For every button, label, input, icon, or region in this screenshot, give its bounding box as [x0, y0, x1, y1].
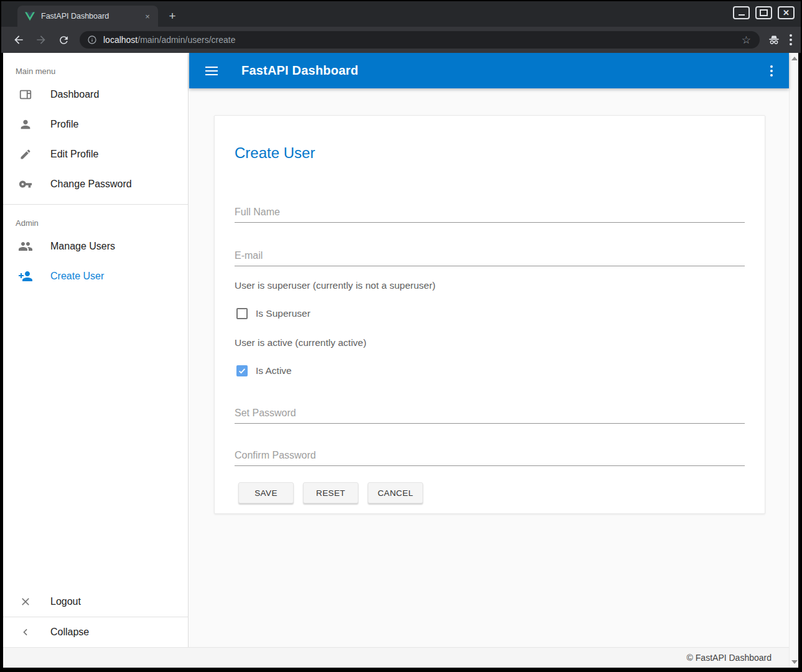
incognito-icon [767, 33, 781, 47]
browser-tab[interactable]: FastAPI Dashboard × [17, 6, 158, 27]
new-tab-button[interactable]: + [164, 9, 180, 25]
sidebar-item-label: Logout [50, 596, 81, 607]
pencil-icon [18, 147, 33, 162]
confirm-password-field-wrap [235, 445, 745, 466]
window-close-button[interactable]: ✕ [778, 6, 795, 19]
superuser-hint: User is superuser (currently is not a su… [235, 279, 745, 292]
sidebar-item-edit-profile[interactable]: Edit Profile [3, 139, 188, 169]
browser-window: FastAPI Dashboard × + ✕ localhost/main/a [0, 0, 802, 672]
minimize-button[interactable] [733, 6, 750, 19]
reset-button[interactable]: RESET [303, 482, 358, 503]
main-content: Create User User is superuser (currently… [189, 88, 789, 647]
browser-menu-icon[interactable] [790, 34, 792, 45]
sidebar-item-label: Manage Users [50, 241, 115, 252]
save-button[interactable]: SAVE [238, 482, 294, 503]
sidebar-item-label: Collapse [50, 627, 89, 638]
email-input[interactable] [235, 245, 745, 266]
create-user-card: Create User User is superuser (currently… [214, 115, 765, 514]
active-hint: User is active (currently active) [235, 336, 745, 350]
dashboard-icon [18, 87, 33, 102]
app-title: FastAPI Dashboard [241, 63, 358, 78]
sidebar-item-label: Create User [50, 271, 104, 282]
sidebar-item-dashboard[interactable]: Dashboard [3, 80, 188, 110]
page-scrollbar[interactable] [789, 53, 798, 668]
page-title: Create User [235, 144, 745, 162]
sidebar-item-logout[interactable]: Logout [3, 587, 188, 617]
window-controls: ✕ [733, 6, 795, 19]
scroll-up-icon[interactable] [791, 57, 798, 60]
sidebar-item-label: Change Password [50, 179, 132, 190]
browser-toolbar: localhost/main/admin/users/create ☆ [1, 27, 801, 53]
info-icon[interactable] [87, 35, 97, 45]
app-bar: FastAPI Dashboard [189, 53, 789, 88]
url-host: localhost [103, 35, 138, 45]
sidebar-item-label: Edit Profile [50, 149, 98, 160]
forward-icon[interactable] [32, 30, 50, 49]
app-menu-icon[interactable] [770, 65, 773, 77]
back-icon[interactable] [9, 30, 28, 49]
scroll-down-icon[interactable] [791, 660, 798, 664]
person-add-icon [18, 269, 33, 284]
confirm-password-input[interactable] [235, 445, 745, 466]
active-checkbox-label: Is Active [256, 365, 292, 376]
form-buttons: SAVE RESET CANCEL [235, 482, 745, 503]
url-text[interactable]: localhost/main/admin/users/create [103, 35, 742, 45]
bookmark-star-icon[interactable]: ☆ [742, 34, 751, 47]
web-content: Main menu Dashboard Profile [3, 53, 798, 668]
page-footer: © FastAPI Dashboard [3, 647, 789, 668]
copyright-text: © FastAPI Dashboard [687, 653, 772, 663]
people-icon [18, 239, 33, 254]
sidebar-item-label: Dashboard [50, 89, 99, 100]
sidebar-item-create-user[interactable]: Create User [3, 261, 188, 291]
reload-icon[interactable] [54, 30, 73, 49]
tab-strip: FastAPI Dashboard × + ✕ [1, 1, 801, 27]
cancel-button[interactable]: CANCEL [368, 482, 423, 503]
sidebar: Main menu Dashboard Profile [3, 53, 189, 647]
full-name-input[interactable] [235, 202, 745, 223]
url-path: /main/admin/users/create [138, 35, 235, 45]
sidebar-item-profile[interactable]: Profile [3, 110, 188, 139]
active-checkbox[interactable] [236, 365, 248, 376]
sidebar-section-main-menu: Main menu [3, 53, 188, 80]
sidebar-item-change-password[interactable]: Change Password [3, 169, 188, 199]
vue-favicon-icon [25, 12, 35, 21]
sidebar-item-collapse[interactable]: Collapse [3, 617, 188, 647]
close-x-icon [18, 594, 33, 609]
address-bar[interactable]: localhost/main/admin/users/create ☆ [80, 31, 760, 49]
email-field-wrap [235, 245, 745, 266]
sidebar-item-label: Profile [50, 119, 78, 130]
active-checkbox-row[interactable]: Is Active [235, 363, 745, 378]
tab-close-icon[interactable]: × [142, 11, 153, 22]
maximize-button[interactable] [755, 6, 772, 19]
set-password-input[interactable] [235, 403, 745, 424]
set-password-field-wrap [235, 403, 745, 424]
full-name-field-wrap [235, 202, 745, 223]
superuser-checkbox-row[interactable]: Is Superuser [235, 306, 745, 321]
superuser-checkbox-label: Is Superuser [256, 308, 310, 319]
person-icon [18, 117, 33, 132]
hamburger-menu-icon[interactable] [205, 63, 220, 78]
sidebar-item-manage-users[interactable]: Manage Users [3, 231, 188, 261]
chevron-left-icon [18, 625, 33, 640]
tab-title: FastAPI Dashboard [41, 12, 142, 21]
sidebar-section-admin: Admin [3, 205, 188, 231]
key-icon [18, 177, 33, 192]
superuser-checkbox[interactable] [236, 308, 248, 319]
